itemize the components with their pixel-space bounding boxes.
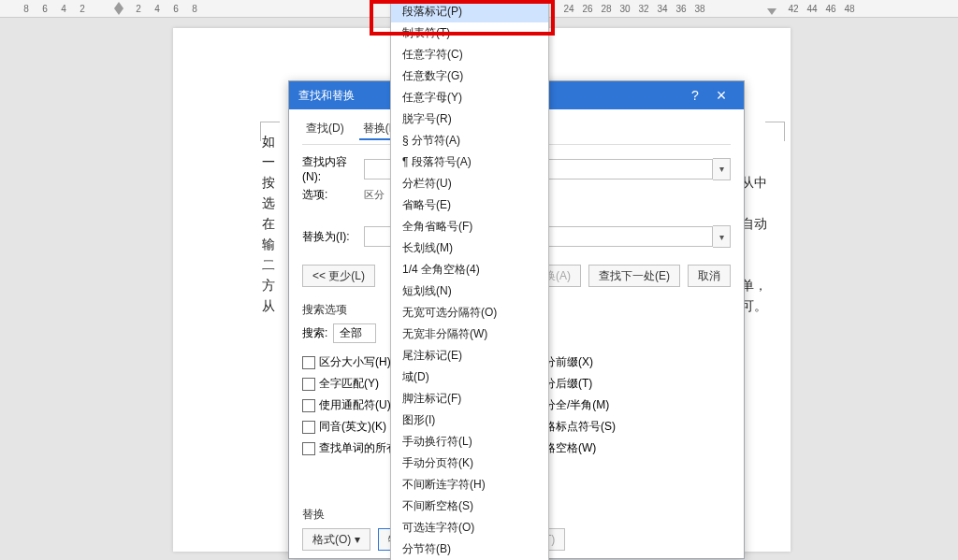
special-menu-item[interactable]: 全角省略号(F) (391, 216, 548, 237)
special-menu-item[interactable]: 无宽非分隔符(W) (391, 323, 548, 345)
options-value: 区分 (364, 188, 385, 202)
special-menu-item[interactable]: 分栏符(U) (391, 173, 548, 194)
special-menu-item[interactable]: 1/4 全角空格(4) (391, 259, 548, 280)
special-menu-item[interactable]: 任意字符(C) (391, 44, 548, 65)
ruler-tick: 26 (578, 0, 597, 17)
ruler-tick: 4 (54, 0, 73, 17)
replace-with-label: 替换为(I): (302, 229, 364, 245)
special-menu-item[interactable]: 制表符(T) (391, 22, 548, 44)
find-content-label: 查找内容(N): (302, 154, 364, 183)
ruler-tick: 8 (185, 0, 204, 17)
indent-marker-bottom[interactable] (114, 8, 123, 15)
right-indent-marker[interactable] (767, 8, 777, 15)
special-menu-item[interactable]: 任意字母(Y) (391, 87, 548, 108)
ruler-tick: 4 (148, 0, 167, 17)
search-direction-label: 搜索: (302, 325, 327, 341)
ruler-tick: 34 (653, 0, 672, 17)
special-menu-item[interactable]: 可选连字符(O) (391, 517, 548, 538)
special-menu-item[interactable]: 域(D) (391, 366, 548, 388)
special-menu-item[interactable]: 手动换行符(L) (391, 431, 548, 452)
ruler-tick: 42 (784, 0, 803, 17)
find-content-dropdown[interactable]: ▾ (713, 158, 731, 180)
special-menu-item[interactable]: 脱字号(R) (391, 108, 548, 130)
ruler-tick: 36 (672, 0, 690, 17)
special-menu-item[interactable]: 脚注标记(F) (391, 388, 548, 409)
special-menu-item[interactable]: 图形(I) (391, 409, 548, 431)
ruler-tick: 38 (690, 0, 709, 17)
ruler-tick: 2 (129, 0, 148, 17)
special-menu-item[interactable]: 任意数字(G) (391, 65, 548, 87)
special-menu-item[interactable]: 无宽可选分隔符(O) (391, 302, 548, 323)
less-button[interactable]: << 更少(L) (302, 265, 375, 287)
special-menu-item[interactable]: 长划线(M) (391, 237, 548, 259)
cancel-button[interactable]: 取消 (688, 265, 731, 287)
special-menu-item[interactable]: 尾注标记(E) (391, 345, 548, 366)
special-menu-item[interactable]: 省略号(E) (391, 194, 548, 216)
find-next-button[interactable]: 查找下一处(E) (588, 265, 680, 287)
help-button[interactable]: ? (682, 88, 708, 103)
options-label: 选项: (302, 187, 364, 203)
ruler-tick: 46 (821, 0, 840, 17)
search-direction-value[interactable]: 全部 (333, 323, 376, 343)
special-menu-item[interactable]: 手动分页符(K) (391, 452, 548, 474)
ruler-tick: 48 (840, 0, 859, 17)
ruler-tick: 6 (167, 0, 185, 17)
special-menu-item[interactable]: 短划线(N) (391, 280, 548, 302)
ruler-tick: 8 (17, 0, 36, 17)
ruler-tick: 32 (634, 0, 653, 17)
special-menu-item[interactable]: 分节符(B) (391, 538, 548, 560)
tab-find[interactable]: 查找(D) (302, 119, 348, 140)
ruler-tick: 6 (36, 0, 54, 17)
special-menu-item[interactable]: § 分节符(A) (391, 130, 548, 151)
ruler-tick: 28 (597, 0, 616, 17)
replace-with-dropdown[interactable]: ▾ (713, 225, 731, 248)
ruler-tick: 44 (803, 0, 821, 17)
indent-marker-top[interactable] (114, 2, 123, 8)
ruler-tick: 2 (73, 0, 92, 17)
special-menu-item[interactable]: ¶ 段落符号(A) (391, 151, 548, 173)
dialog-title: 查找和替换 (298, 88, 355, 104)
special-menu-item[interactable]: 不间断空格(S) (391, 495, 548, 517)
special-menu-item[interactable]: 段落标记(P) (391, 1, 548, 22)
ruler-tick: 30 (616, 0, 634, 17)
format-button[interactable]: 格式(O) ▾ (302, 528, 370, 551)
close-button[interactable]: × (708, 86, 734, 106)
ruler-tick: 24 (559, 0, 578, 17)
special-menu-item[interactable]: 不间断连字符(H) (391, 474, 548, 495)
special-format-menu: 段落标记(P)制表符(T)任意字符(C)任意数字(G)任意字母(Y)脱字号(R)… (390, 0, 549, 560)
